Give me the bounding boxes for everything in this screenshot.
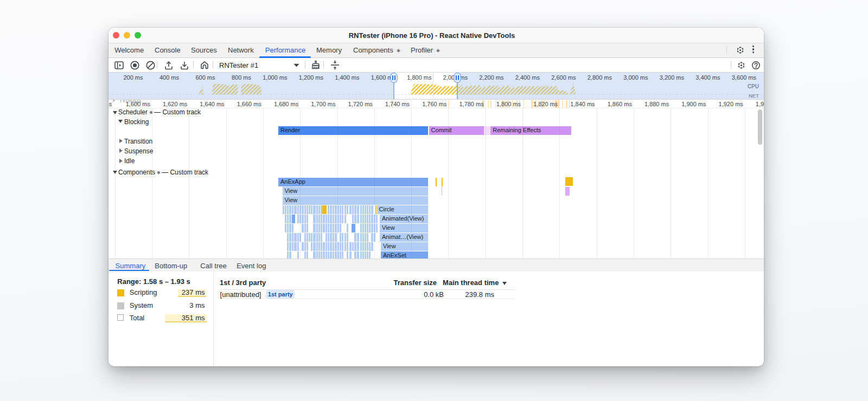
svg-text:1,000 ms: 1,000 ms: [263, 74, 288, 81]
svg-text:800 ms: 800 ms: [232, 74, 252, 81]
svg-text:3,000 ms: 3,000 ms: [623, 74, 648, 81]
svg-text:200 ms: 200 ms: [123, 74, 143, 81]
svg-text:1,400 ms: 1,400 ms: [335, 74, 360, 81]
svg-text:400 ms: 400 ms: [159, 74, 180, 81]
svg-text:1,200 ms: 1,200 ms: [299, 74, 324, 81]
svg-text:1,800 ms: 1,800 ms: [407, 74, 432, 81]
svg-text:CPU: CPU: [748, 83, 759, 89]
svg-text:2,800 ms: 2,800 ms: [588, 74, 612, 81]
svg-text:2,200 ms: 2,200 ms: [479, 74, 504, 81]
svg-text:3,600 ms: 3,600 ms: [732, 74, 757, 81]
svg-text:NET: NET: [749, 93, 759, 99]
svg-text:600 ms: 600 ms: [195, 74, 215, 81]
svg-text:3,400 ms: 3,400 ms: [695, 74, 720, 81]
svg-text:3,200 ms: 3,200 ms: [660, 74, 685, 81]
svg-text:2,400 ms: 2,400 ms: [515, 74, 540, 81]
svg-text:2,600 ms: 2,600 ms: [551, 74, 576, 81]
